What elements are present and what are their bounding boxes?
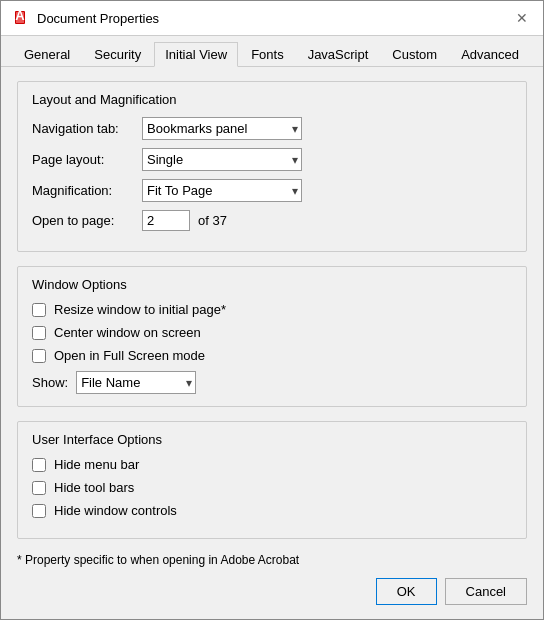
page-layout-select-wrapper: Single Continuous Two-Up (Facing) Two-Up…	[142, 148, 302, 171]
user-interface-options-title: User Interface Options	[32, 432, 512, 447]
tab-initial-view[interactable]: Initial View	[154, 42, 238, 67]
full-screen-checkbox[interactable]	[32, 349, 46, 363]
tab-security[interactable]: Security	[83, 42, 152, 66]
dialog-title: Document Properties	[37, 11, 159, 26]
resize-window-row: Resize window to initial page*	[32, 302, 512, 317]
ok-button[interactable]: OK	[376, 578, 437, 605]
center-window-label: Center window on screen	[54, 325, 201, 340]
title-bar: A Document Properties ✕	[1, 1, 543, 36]
open-to-page-of: of 37	[198, 213, 227, 228]
center-window-checkbox[interactable]	[32, 326, 46, 340]
tab-fonts[interactable]: Fonts	[240, 42, 295, 66]
hide-window-controls-checkbox[interactable]	[32, 504, 46, 518]
resize-window-checkbox[interactable]	[32, 303, 46, 317]
page-layout-row: Page layout: Single Continuous Two-Up (F…	[32, 148, 512, 171]
navigation-tab-label: Navigation tab:	[32, 121, 142, 136]
navigation-tab-select[interactable]: Bookmarks panel Page Only Attachments Pa…	[142, 117, 302, 140]
window-options-title: Window Options	[32, 277, 512, 292]
full-screen-row: Open in Full Screen mode	[32, 348, 512, 363]
open-to-page-row: Open to page: of 37	[32, 210, 512, 231]
full-screen-label: Open in Full Screen mode	[54, 348, 205, 363]
show-label: Show:	[32, 375, 68, 390]
dialog-footer: OK Cancel	[1, 568, 543, 619]
hide-window-controls-row: Hide window controls	[32, 503, 512, 518]
hide-menu-bar-label: Hide menu bar	[54, 457, 139, 472]
open-to-page-input[interactable]	[142, 210, 190, 231]
close-button[interactable]: ✕	[513, 9, 531, 27]
tab-general[interactable]: General	[13, 42, 81, 66]
title-bar-left: A Document Properties	[13, 10, 159, 26]
open-to-page-label: Open to page:	[32, 213, 142, 228]
layout-magnification-section: Layout and Magnification Navigation tab:…	[17, 81, 527, 252]
show-select[interactable]: File Name Document Title	[76, 371, 196, 394]
magnification-row: Magnification: Fit To Page Fit Width Fit…	[32, 179, 512, 202]
show-select-wrapper: File Name Document Title	[76, 371, 196, 394]
svg-text:A: A	[15, 10, 25, 23]
tab-custom[interactable]: Custom	[381, 42, 448, 66]
magnification-select-wrapper: Fit To Page Fit Width Fit Height Actual …	[142, 179, 302, 202]
navigation-tab-select-wrapper: Bookmarks panel Page Only Attachments Pa…	[142, 117, 302, 140]
hide-tool-bars-checkbox[interactable]	[32, 481, 46, 495]
magnification-select[interactable]: Fit To Page Fit Width Fit Height Actual …	[142, 179, 302, 202]
navigation-tab-row: Navigation tab: Bookmarks panel Page Onl…	[32, 117, 512, 140]
magnification-label: Magnification:	[32, 183, 142, 198]
tab-advanced[interactable]: Advanced	[450, 42, 530, 66]
footer-note: * Property specific to when opening in A…	[17, 553, 527, 567]
show-row: Show: File Name Document Title	[32, 371, 512, 394]
window-options-section: Window Options Resize window to initial …	[17, 266, 527, 407]
content-area: Layout and Magnification Navigation tab:…	[1, 67, 543, 568]
hide-tool-bars-label: Hide tool bars	[54, 480, 134, 495]
page-layout-select[interactable]: Single Continuous Two-Up (Facing) Two-Up…	[142, 148, 302, 171]
resize-window-label: Resize window to initial page*	[54, 302, 226, 317]
tabs-bar: General Security Initial View Fonts Java…	[1, 36, 543, 67]
hide-window-controls-label: Hide window controls	[54, 503, 177, 518]
document-icon: A	[13, 10, 29, 26]
hide-menu-bar-checkbox[interactable]	[32, 458, 46, 472]
center-window-row: Center window on screen	[32, 325, 512, 340]
user-interface-options-section: User Interface Options Hide menu bar Hid…	[17, 421, 527, 539]
hide-tool-bars-row: Hide tool bars	[32, 480, 512, 495]
cancel-button[interactable]: Cancel	[445, 578, 527, 605]
page-layout-label: Page layout:	[32, 152, 142, 167]
hide-menu-bar-row: Hide menu bar	[32, 457, 512, 472]
tab-javascript[interactable]: JavaScript	[297, 42, 380, 66]
document-properties-dialog: A Document Properties ✕ General Security…	[0, 0, 544, 620]
layout-magnification-title: Layout and Magnification	[32, 92, 512, 107]
